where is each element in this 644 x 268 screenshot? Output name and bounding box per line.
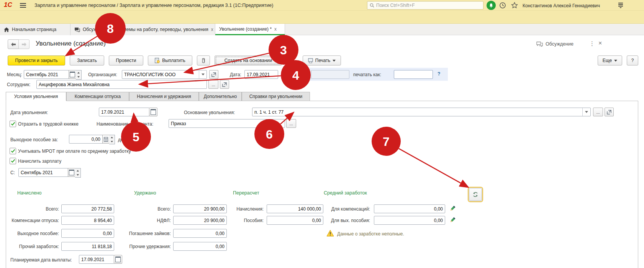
from-month-label: С:: [10, 170, 15, 175]
edit-pencil-icon[interactable]: [449, 205, 456, 212]
doctab-additional[interactable]: Дополнительно: [199, 92, 242, 101]
planned-date-field[interactable]: 17.09.2021: [79, 255, 114, 264]
tab-home[interactable]: Начальная страница: [0, 24, 70, 35]
number-field[interactable]: [311, 70, 349, 79]
accrued-vacation-field[interactable]: 8 954,40: [61, 216, 114, 225]
more-button[interactable]: Еще: [598, 56, 622, 65]
write-button[interactable]: Записать: [70, 56, 104, 65]
doctab-conditions[interactable]: Условия увольнения: [6, 92, 66, 101]
severance-spinner[interactable]: [109, 135, 115, 144]
employee-ellipsis-button[interactable]: ...: [208, 80, 218, 89]
search-placeholder: Поиск Ctrl+Shift+F: [376, 3, 415, 8]
mrot-checkbox-label[interactable]: Учитывать МРОТ при оплате по среднему за…: [18, 149, 131, 154]
post-and-close-button[interactable]: Провести и закрыть: [8, 56, 65, 65]
notifications-button[interactable]: [487, 1, 496, 10]
print-as-label: печатать как:: [353, 72, 381, 77]
recalc-accruals-field[interactable]: 140 000,00: [267, 204, 323, 213]
planned-date-label: Планируемая дата выплаты:: [10, 257, 72, 263]
check-icon: [11, 149, 15, 153]
employee-open-button[interactable]: [220, 80, 229, 89]
current-user[interactable]: Константинов Алексей Геннадиевич: [523, 3, 600, 8]
workbook-checkbox-label[interactable]: Отразить в трудовой книжке: [18, 121, 79, 127]
print-as-field[interactable]: [394, 70, 433, 79]
doc-name-field[interactable]: Приказ: [169, 119, 285, 128]
print-icon: [308, 58, 313, 63]
screen: { "window": { "logo": "1С", "title": "За…: [0, 0, 644, 268]
doctab-accruals[interactable]: Начисления и удержания: [129, 92, 199, 101]
pay-button[interactable]: Выплатить: [148, 56, 192, 65]
help-button[interactable]: ?: [627, 56, 638, 65]
doc-name-ellipsis-button[interactable]: ...: [286, 119, 296, 128]
tab-journal[interactable]: Приемы на работу, переводы, увольнения x: [115, 24, 215, 35]
accrued-row-label: Прочий заработок:: [8, 244, 59, 249]
nav-back-button[interactable]: [8, 39, 19, 49]
user-menu-icon[interactable]: [618, 3, 624, 8]
print-button[interactable]: Печать: [303, 56, 341, 65]
post-button[interactable]: Провести: [109, 56, 143, 65]
mrot-checkbox[interactable]: [10, 148, 16, 154]
dismiss-date-calendar-button[interactable]: [149, 108, 157, 116]
from-month-calendar-button[interactable]: [68, 168, 75, 177]
accrued-severance-field[interactable]: 0,00: [61, 229, 114, 238]
from-month-spinner[interactable]: [75, 168, 81, 178]
nav-forward-button[interactable]: [18, 39, 29, 49]
withheld-other-field[interactable]: 0,00: [173, 242, 227, 251]
edit-pencil-icon[interactable]: [449, 217, 456, 224]
recalc-benefits-field[interactable]: 0,00: [267, 216, 323, 225]
date-field[interactable]: 17.09.2021: [244, 70, 278, 79]
window-title: Зарплата и управление персоналом / Зарпл…: [34, 3, 273, 8]
dismiss-reason-ellipsis-button[interactable]: ...: [593, 108, 603, 116]
dismiss-reason-dropdown[interactable]: [582, 108, 590, 116]
employee-field[interactable]: Анциферова Жанна Михайловна: [36, 80, 207, 89]
month-field[interactable]: Сентябрь 2021: [24, 70, 69, 79]
clock-icon: [499, 2, 506, 9]
search-input[interactable]: Поиск Ctrl+Shift+F: [367, 1, 483, 10]
planned-date-calendar-button[interactable]: [114, 255, 122, 264]
withheld-row-label: Прочие удержания:: [119, 244, 171, 249]
tab-discussions[interactable]: Обсуждения: [70, 24, 115, 35]
history-button[interactable]: [499, 2, 506, 9]
close-icon[interactable]: x: [274, 26, 277, 32]
number-help-link[interactable]: ?: [438, 71, 440, 77]
arrow-right-icon: [22, 42, 26, 46]
main-menu-icon[interactable]: [20, 3, 26, 8]
chevron-down-icon: [333, 60, 336, 62]
refresh-icon: [472, 191, 478, 198]
month-label: Месяц:: [7, 72, 22, 77]
organization-open-button[interactable]: [209, 70, 218, 79]
dismiss-reason-field[interactable]: п. 1 ч. 1 ст. 77: [252, 108, 591, 116]
workbook-checkbox[interactable]: [10, 121, 16, 127]
withheld-loans-field[interactable]: 0,00: [173, 229, 227, 238]
severance-field[interactable]: 0,00: [69, 135, 103, 144]
withheld-row-label: НДФЛ:: [119, 218, 171, 223]
accrued-total-field[interactable]: 20 772,58: [61, 204, 114, 213]
from-month-field[interactable]: Сентябрь 2021: [18, 168, 68, 177]
refresh-button[interactable]: [469, 188, 482, 201]
form-close-button[interactable]: ×: [598, 40, 602, 47]
close-icon[interactable]: x: [211, 27, 213, 32]
dismiss-reason-open-button[interactable]: [605, 108, 614, 116]
dismiss-date-field[interactable]: 17.09.2021: [99, 108, 149, 116]
average-compensation-field[interactable]: 0,00: [374, 204, 445, 213]
check-icon: [11, 159, 15, 163]
month-spinner[interactable]: [76, 70, 82, 80]
doctab-vacation-compensation[interactable]: Компенсации отпуска: [66, 92, 129, 101]
withheld-row-label: Всего:: [119, 206, 171, 212]
month-calendar-button[interactable]: [69, 70, 76, 79]
severance-calc-button[interactable]: [102, 135, 110, 144]
title-bar: 1С Зарплата и управление персоналом / За…: [0, 0, 644, 11]
discussion-link[interactable]: Обсуждение: [536, 41, 574, 47]
attachments-button[interactable]: [197, 56, 210, 65]
accrue-salary-checkbox[interactable]: [10, 158, 16, 164]
doctab-certificates[interactable]: Справки при увольнении: [242, 92, 310, 101]
favorites-button[interactable]: [511, 2, 518, 9]
create-based-on-button[interactable]: Создать на основании: [215, 56, 282, 65]
organization-field[interactable]: ТРАНСЛОГИСТИК ООО: [122, 70, 207, 79]
average-severance-field[interactable]: 0,00: [374, 216, 445, 225]
tab-current[interactable]: Увольнение (создание) * x: [215, 24, 285, 35]
more-menu-dots[interactable]: ⋮: [589, 40, 595, 47]
organization-dropdown[interactable]: [199, 70, 206, 78]
accrue-salary-checkbox-label[interactable]: Начислить зарплату: [18, 159, 61, 164]
pay-label: Выплатить: [162, 58, 185, 63]
accrued-other-field[interactable]: 11 818,18: [61, 242, 114, 251]
